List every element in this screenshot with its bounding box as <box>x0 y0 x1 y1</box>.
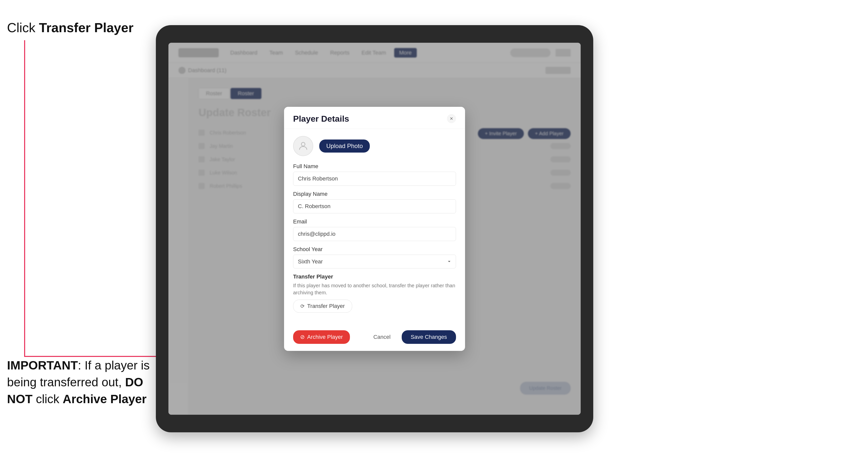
important-label: IMPORTANT <box>7 359 78 372</box>
transfer-section-title: Transfer Player <box>293 274 456 280</box>
photo-section: Upload Photo <box>293 136 456 156</box>
modal-body: Upload Photo Full Name Display Name <box>284 129 465 326</box>
close-button[interactable]: × <box>447 114 456 123</box>
email-label: Email <box>293 218 456 225</box>
instruction-top: Click Transfer Player <box>7 20 133 35</box>
full-name-group: Full Name <box>293 163 456 186</box>
full-name-label: Full Name <box>293 163 456 170</box>
tablet-device: Dashboard Team Schedule Reports Edit Tea… <box>156 25 593 432</box>
modal-header: Player Details × <box>284 107 465 129</box>
school-year-select[interactable]: First Year Second Year Third Year Fourth… <box>293 255 456 269</box>
instruction-rest2: click <box>32 392 63 406</box>
modal-footer: ⊘ Archive Player Cancel Save Changes <box>284 326 465 351</box>
archive-icon: ⊘ <box>300 334 305 340</box>
email-group: Email <box>293 218 456 241</box>
school-year-label: School Year <box>293 246 456 253</box>
svg-point-0 <box>301 142 305 146</box>
email-input[interactable] <box>293 227 456 241</box>
instruction-prefix: Click <box>7 20 39 35</box>
modal-title: Player Details <box>293 114 349 124</box>
cancel-button[interactable]: Cancel <box>366 330 397 344</box>
save-changes-button[interactable]: Save Changes <box>402 330 456 344</box>
archive-player-button[interactable]: ⊘ Archive Player <box>293 330 350 344</box>
archive-button-label: Archive Player <box>307 334 343 340</box>
instruction-bottom: IMPORTANT: If a player is being transfer… <box>7 357 153 408</box>
school-year-group: School Year First Year Second Year Third… <box>293 246 456 269</box>
transfer-description: If this player has moved to another scho… <box>293 282 456 296</box>
transfer-button-label: Transfer Player <box>307 303 345 309</box>
upload-photo-button[interactable]: Upload Photo <box>319 139 370 153</box>
tablet-screen: Dashboard Team Schedule Reports Edit Tea… <box>168 43 581 415</box>
modal-overlay: Player Details × Upload Photo <box>168 43 581 415</box>
display-name-group: Display Name <box>293 191 456 213</box>
person-icon <box>298 141 309 152</box>
instruction-highlight: Transfer Player <box>39 20 133 35</box>
display-name-label: Display Name <box>293 191 456 197</box>
player-details-modal: Player Details × Upload Photo <box>284 107 465 351</box>
display-name-input[interactable] <box>293 199 456 213</box>
full-name-input[interactable] <box>293 172 456 186</box>
transfer-icon: ⟳ <box>300 303 305 309</box>
archive-player-label: Archive Player <box>63 392 147 406</box>
transfer-player-section: Transfer Player If this player has moved… <box>293 274 456 313</box>
transfer-player-button[interactable]: ⟳ Transfer Player <box>293 300 352 313</box>
arrow-vertical-line <box>24 40 25 357</box>
avatar-placeholder <box>293 136 313 156</box>
